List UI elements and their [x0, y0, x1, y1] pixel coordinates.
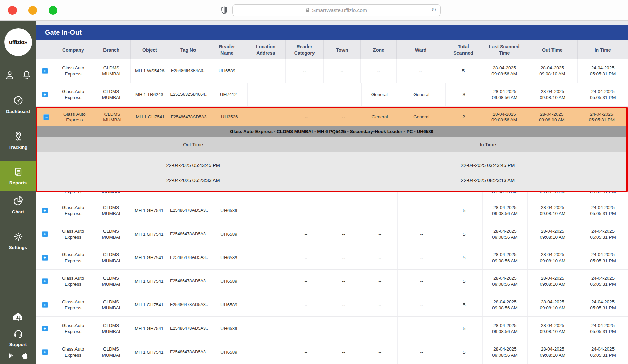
row-detail-panel: Glass Auto Express - CLDMS MUMBAI - MH 6…: [37, 126, 626, 191]
cell-reader-category: --: [287, 270, 325, 293]
cell-tag-no: E25486478AD5A3..: [168, 246, 210, 269]
cell-ward: --: [398, 317, 446, 340]
expand-row-button[interactable]: +: [42, 326, 48, 331]
table-rows-bottom: + Glass Auto Express CLDMS MUMBAI MH 1 G…: [36, 199, 628, 364]
cell-zone: --: [362, 222, 398, 246]
cell-total-scanned: 2: [445, 108, 482, 126]
col-header-branch[interactable]: Branch: [92, 40, 131, 59]
table-row: + Glass Auto Express CLDMS MUMBAI MH 1 G…: [36, 340, 628, 364]
sidebar-item-tracking[interactable]: Tracking: [0, 127, 36, 153]
cell-company: Glass Auto Express: [54, 340, 92, 364]
col-header-tag-no[interactable]: Tag No: [169, 40, 208, 59]
col-header-zone[interactable]: Zone: [361, 40, 397, 59]
col-header-ward[interactable]: Ward: [397, 40, 445, 59]
cell-reader-category: --: [287, 199, 325, 222]
expand-row-button[interactable]: +: [42, 349, 48, 355]
cell-object: MH 1 GH7541: [130, 246, 168, 269]
col-header-location-address[interactable]: Location Address: [246, 40, 286, 59]
col-header-last-scanned-time[interactable]: Last Scanned Time: [482, 40, 527, 59]
sidebar-label-dashboard: Dashboard: [0, 109, 36, 114]
cell-reader-category: --: [287, 293, 325, 316]
col-header-reader-category[interactable]: Reader Category: [286, 40, 324, 59]
cell-last-scanned-time: 28-04-2025 09:08:56 AM: [483, 317, 528, 340]
sidebar-item-chart[interactable]: Chart: [0, 192, 36, 218]
cell-in-time: 24-04-2025 05:05:31 PM: [578, 59, 628, 83]
cell-reader-name: UH3526: [211, 108, 248, 126]
table-row: + Glass Auto Express CLDMS MUMBAI MH 1 G…: [36, 270, 628, 293]
expand-row-button[interactable]: +: [42, 302, 48, 308]
minimize-window-button[interactable]: [28, 6, 37, 15]
expanded-row: − Glass Auto Express CLDMS MUMBAI MH 1 G…: [37, 108, 626, 126]
notifications-bell-icon[interactable]: [22, 70, 32, 82]
main-content: Gate In-Out Company Branch Object Tag No…: [36, 21, 628, 364]
col-header-town[interactable]: Town: [324, 40, 361, 59]
expand-row-button[interactable]: +: [42, 92, 48, 97]
cell-out-time: 28-04-2025 09:08:10 AM: [528, 199, 578, 222]
cell-last-scanned-time: 28-04-2025 09:08:56 AM: [482, 83, 527, 106]
cell-branch: CLDMS MUMBAI: [92, 270, 130, 293]
cell-reader-name: UH6589: [210, 293, 248, 316]
expand-row-button[interactable]: +: [42, 278, 48, 284]
cell-town: --: [325, 83, 362, 106]
cell-object: MH 1 GH7541: [130, 222, 168, 246]
address-bar[interactable]: SmartWaste.uffizio.com ↻: [232, 4, 441, 16]
cell-in-time: 24-04-2025 05:05:31 PM: [578, 270, 628, 293]
cloud-download-icon[interactable]: [11, 311, 25, 324]
cell-tag-no: E25486478AD5A3..: [168, 340, 210, 364]
cell-total-scanned: 5: [446, 246, 483, 269]
detail-body: 22-04-2025 05:43:45 PM 22-04-2025 06:23:…: [37, 152, 626, 191]
sidebar-item-settings[interactable]: Settings: [0, 228, 36, 253]
expand-row-button[interactable]: +: [42, 68, 48, 74]
partially-hidden-row: + Glass Auto Express CLDMS MUMBAI MH 1 G…: [36, 192, 628, 199]
cell-last-scanned-time: 28-04-2025 09:08:56 AM: [483, 192, 528, 199]
cell-reader-category: --: [286, 59, 324, 83]
cell-branch: CLDMS MUMBAI: [92, 83, 130, 106]
user-profile-icon[interactable]: [5, 70, 15, 82]
privacy-shield-icon[interactable]: [221, 6, 228, 14]
table-row: + Glass Auto Express CLDMS MUMBAI MH 1 G…: [36, 199, 628, 222]
col-header-reader-name[interactable]: Reader Name: [208, 40, 246, 59]
cell-tag-no: E25486478AD5A3..: [168, 199, 210, 222]
expand-row-button[interactable]: +: [42, 255, 48, 261]
cell-ward: --: [398, 340, 446, 364]
col-header-object[interactable]: Object: [131, 40, 169, 59]
cell-reader-category: --: [287, 83, 325, 106]
col-header-out-time[interactable]: Out Time: [527, 40, 578, 59]
cell-zone: --: [362, 246, 398, 269]
cell-zone: --: [361, 59, 397, 83]
cell-location-address: [248, 108, 287, 126]
cell-town: --: [325, 222, 362, 246]
table-row: + Glass Auto Express CLDMS MUMBAI MH 1 G…: [36, 222, 628, 246]
cell-location-address: [248, 83, 287, 106]
table-row: + Glass Auto Express CLDMS MUMBAI MH 1 T…: [36, 83, 628, 107]
apple-icon[interactable]: [21, 351, 29, 361]
col-header-total-scanned[interactable]: Total Scanned: [445, 40, 482, 59]
cell-branch: CLDMS MUMBAI: [92, 192, 130, 199]
expanded-row-highlight-box: − Glass Auto Express CLDMS MUMBAI MH 1 G…: [36, 107, 628, 192]
col-header-company[interactable]: Company: [54, 40, 92, 59]
close-window-button[interactable]: [8, 6, 17, 15]
cell-location-address: [248, 270, 287, 293]
col-header-in-time[interactable]: In Time: [578, 40, 628, 59]
expand-row-button[interactable]: +: [42, 208, 48, 213]
cell-in-time: 24-04-2025 05:05:31 PM: [578, 199, 628, 222]
cell-location-address: [248, 317, 287, 340]
cell-reader-name: UH7412: [209, 83, 247, 106]
cell-town: --: [325, 199, 362, 222]
sidebar-item-reports[interactable]: Reports: [0, 161, 36, 191]
cell-reader-category: --: [287, 222, 325, 246]
cell-ward: General: [397, 83, 446, 106]
reload-icon[interactable]: ↻: [431, 6, 436, 13]
cell-branch: CLDMS MUMBAI: [92, 59, 131, 83]
cell-tag-no: E25486478AD5A3..: [169, 108, 210, 126]
cell-zone: --: [362, 192, 398, 199]
collapse-row-button[interactable]: −: [43, 114, 49, 120]
google-play-icon[interactable]: [7, 351, 16, 361]
zoom-window-button[interactable]: [49, 6, 57, 15]
cell-town: --: [324, 59, 361, 83]
uffizio-logo: uffizio»: [4, 28, 32, 56]
expand-row-button[interactable]: +: [42, 231, 48, 237]
cell-object: MH 1 GH7541: [130, 192, 168, 199]
sidebar-item-support[interactable]: Support: [0, 328, 36, 347]
sidebar-item-dashboard[interactable]: Dashboard: [0, 92, 36, 117]
